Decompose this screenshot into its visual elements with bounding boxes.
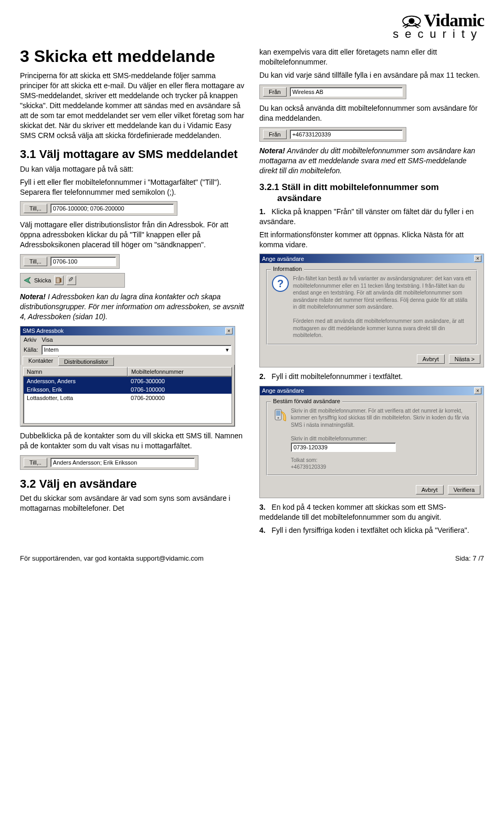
contact-row[interactable]: Andersson, Anders 0706-300000 xyxy=(24,377,232,385)
svg-point-1 xyxy=(409,18,415,24)
intro-paragraph: Principerna för att skicka ett SMS-medde… xyxy=(20,71,245,140)
parsed-label: Tolkat som: xyxy=(291,457,471,463)
heading-3-2: 3.2 Välj en avsändare xyxy=(20,477,245,490)
text: Det du skickar som avsändare är vad som … xyxy=(20,493,245,513)
menubar[interactable]: ArkivVisa xyxy=(20,335,235,344)
from-input[interactable]: +46733120339 xyxy=(290,130,403,139)
svg-rect-9 xyxy=(276,411,280,416)
logo-subtext: security xyxy=(393,27,484,41)
heading-3-2-1: 3.2.1 Ställ in ditt mobiltelefonnummer s… xyxy=(259,182,484,204)
footer-support: För supportärenden, var god kontakta sup… xyxy=(20,554,204,562)
svg-rect-6 xyxy=(56,278,60,283)
col-name[interactable]: Namn xyxy=(23,367,128,376)
svg-point-10 xyxy=(278,417,279,418)
from-field-example-2: Från +46733120339 xyxy=(259,127,406,142)
info-icon: ? xyxy=(272,275,289,292)
eye-icon xyxy=(402,14,422,28)
window-title: Ange avsändare xyxy=(262,387,304,394)
close-icon[interactable]: × xyxy=(225,328,233,334)
contact-row[interactable]: Eriksson, Erik 0706-100000 xyxy=(24,385,232,394)
next-button[interactable]: Nästa > xyxy=(449,354,480,364)
window-title: Ange avsändare xyxy=(262,256,304,262)
chevron-down-icon: ▾ xyxy=(226,346,229,353)
from-button[interactable]: Från xyxy=(263,87,287,97)
window-title: SMS Adressbok xyxy=(23,328,64,334)
source-label: Källa: xyxy=(24,346,38,353)
tab-distribution[interactable]: Distributionslistor xyxy=(58,357,114,366)
text: kan exempelvis vara ditt eller företaget… xyxy=(259,47,484,67)
addressbook-window: SMS Adressbok × ArkivVisa Källa: Intern … xyxy=(20,326,235,427)
send-toolbar: Skicka xyxy=(20,273,125,288)
from-input[interactable]: Wireless AB xyxy=(290,87,403,97)
verify-button[interactable]: Verifiera xyxy=(448,485,480,495)
text: Fyll i ett eller fler mobiltelefonnummer… xyxy=(20,177,245,197)
step-1: 1. Klicka på knappen "Från" till vänster… xyxy=(259,207,484,227)
till-field-example-2: Till,.. 0706-100 xyxy=(20,254,120,269)
till-input[interactable]: 0706-100 xyxy=(50,257,116,266)
group-label: Bestäm förvald avsändare xyxy=(271,398,342,404)
step-4: 4. Fyll i den fyrsiffriga koden i textfä… xyxy=(259,525,484,535)
till-button[interactable]: Till,.. xyxy=(24,458,47,467)
till-field-example-3: Till,.. Anders Andersson; Erik Eriksson xyxy=(20,455,198,470)
text: Dubbelklicka på de kontakter som du vill… xyxy=(20,431,245,451)
from-field-example-1: Från Wireless AB xyxy=(259,85,406,99)
addressbook-icon[interactable] xyxy=(54,276,64,285)
phone-input[interactable]: 0739-120339 xyxy=(291,443,396,452)
send-icon xyxy=(24,277,31,284)
dialog-text: Från-fältet kan bestå av två varianter a… xyxy=(293,275,471,339)
till-button[interactable]: Till,.. xyxy=(24,204,47,213)
contact-row[interactable]: Lottasdotter, Lotta 0706-200000 xyxy=(24,394,232,402)
attach-icon[interactable] xyxy=(67,276,76,285)
text: Välj mottagare eller distributionslistor… xyxy=(20,220,245,250)
sender-dialog-verify: Ange avsändare × Bestäm förvald avsändar… xyxy=(259,386,484,499)
till-button[interactable]: Till,.. xyxy=(24,257,47,266)
source-dropdown[interactable]: Intern ▾ xyxy=(41,345,232,355)
parsed-value: +46739120339 xyxy=(291,464,471,470)
cancel-button[interactable]: Avbryt xyxy=(416,485,444,495)
brand-logo: Vidamic security xyxy=(20,10,484,41)
heading-3: 3 Skicka ett meddelande xyxy=(20,47,245,66)
note-1: Notera! I Adressboken kan du lagra dina … xyxy=(20,292,245,322)
col-phone[interactable]: Mobiltelefonnummer xyxy=(128,367,232,376)
phone-icon xyxy=(272,408,287,423)
note-2: Notera! Använder du ditt mobiltelefonnum… xyxy=(259,146,484,176)
dialog-text: Skriv in ditt mobiltelefonnummer. För at… xyxy=(291,407,471,429)
svg-rect-7 xyxy=(60,278,61,282)
from-button[interactable]: Från xyxy=(263,130,287,139)
heading-3-1: 3.1 Välj mottagare av SMS meddelandet xyxy=(20,148,245,161)
text: Du kan också använda ditt mobiltelefonnu… xyxy=(259,103,484,123)
text: Du kan vid varje sänd tillfälle fylla i … xyxy=(259,70,484,80)
sender-dialog-info: Ange avsändare × Information ? Från-fält… xyxy=(259,254,484,367)
group-label: Information xyxy=(271,266,304,272)
till-input[interactable]: 0706-100000; 0706-200000 xyxy=(50,204,174,213)
close-icon[interactable]: × xyxy=(474,387,481,394)
tab-contacts[interactable]: Kontakter xyxy=(23,356,59,365)
send-label[interactable]: Skicka xyxy=(34,277,51,283)
step-2: 2. Fyll i ditt mobiltelefonnummer i text… xyxy=(259,372,484,382)
footer-page: Sida: 7 /7 xyxy=(455,554,484,562)
till-field-example-1: Till,.. 0706-100000; 0706-200000 xyxy=(20,201,177,216)
cancel-button[interactable]: Avbryt xyxy=(417,354,445,364)
text: Du kan välja mottagare på två sätt: xyxy=(20,164,245,174)
phone-label: Skriv in ditt mobiltelefonnummer: xyxy=(291,436,471,441)
till-input[interactable]: Anders Andersson; Erik Eriksson xyxy=(50,458,195,467)
text: Ett informationsfönster kommer att öppna… xyxy=(259,230,484,250)
step-3: 3. En kod på 4 tecken kommer att skickas… xyxy=(259,502,484,522)
close-icon[interactable]: × xyxy=(474,255,481,262)
